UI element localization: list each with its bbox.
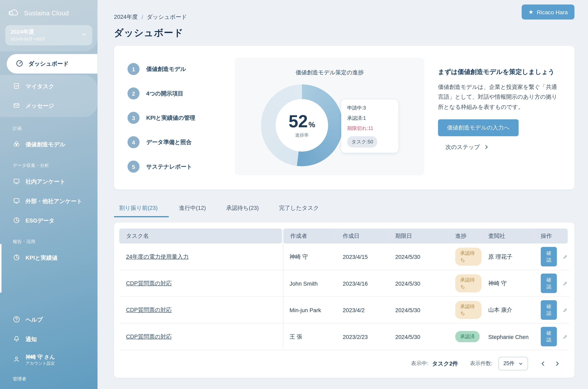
tab-unassigned[interactable]: 割り振り前(23) [114, 201, 169, 217]
dashboard-icon [16, 60, 23, 68]
fiscal-year-text: 2024年度 2024年04月〜03月 [10, 29, 45, 42]
confirm-button[interactable]: 確認 [541, 247, 557, 267]
cta-body: 価値創造モデルは、企業と投資家を繋ぐ「共通言語」として、対話や情報開示のあり方の… [438, 82, 562, 112]
page-prev-icon[interactable] [540, 361, 546, 366]
cta-panel: まずは価値創造モデルを策定しましょう 価値創造モデルは、企業と投資家を繋ぐ「共通… [438, 58, 562, 175]
status-badge: 承認済 [455, 331, 480, 342]
role-label: 管理者 [0, 371, 98, 387]
edit-pencil-icon[interactable] [563, 307, 568, 313]
sidebar-item-label: ヘルプ [26, 316, 43, 323]
sidebar-item-account[interactable]: 神崎 守 さん アカウント設定 [0, 349, 98, 371]
table-row: CDP質問票の対応 Min-jun Park 2023/4/2 2024/5/3… [119, 297, 569, 324]
user-button[interactable]: ★ Ricaco Hara [522, 4, 575, 19]
step-item: 1 価値創造モデル [127, 63, 235, 75]
sidebar-item-dashboard[interactable]: ダッシュボード [7, 54, 97, 73]
col-header-task: タスク名 [119, 229, 282, 244]
cta-heading: まずは価値創造モデルを策定しましょう [438, 68, 562, 76]
value-model-input-button[interactable]: 価値創造モデルの入力へ [438, 119, 518, 136]
sidebar-item-esg-data[interactable]: ESGデータ [0, 211, 98, 230]
chevron-down-icon [518, 361, 523, 366]
edit-pencil-icon[interactable] [563, 333, 568, 340]
sidebar-scrollbar[interactable] [0, 244, 1, 293]
sidebar-item-external-survey[interactable]: 外部・他社アンケート [0, 192, 98, 211]
sidebar-item-my-tasks[interactable]: マイタスク [0, 77, 98, 96]
sidebar-item-kpi[interactable]: KPIと実績値 [0, 248, 98, 268]
star-icon: ★ [529, 9, 533, 15]
tab-awaiting-approval[interactable]: 承認待ち(23) [216, 201, 269, 217]
task-table-card: タスク名 作成者 作成日 期限日 進捗 査閲社 操作 24年度の電力使用量入力 … [114, 223, 575, 378]
tab-completed[interactable]: 完了したタスク [269, 201, 329, 217]
col-header-due: 期限日 [388, 229, 448, 244]
showing-label: 表示中: [411, 360, 428, 367]
confirm-button[interactable]: 確認 [541, 327, 557, 347]
fiscal-year-selector[interactable]: 2024年度 2024年04月〜03月 [5, 25, 92, 45]
sidebar-item-help[interactable]: ヘルプ [0, 310, 98, 329]
sidebar-item-label: 外部・他社アンケート [26, 197, 82, 205]
status-badge: 承認待ち [455, 248, 482, 266]
sidebar-item-label: マイタスク [26, 83, 54, 90]
sidebar-item-internal-survey[interactable]: 社内アンケート [0, 172, 98, 192]
breadcrumb: 2024年度 / ダッシュボード [114, 13, 575, 21]
reviewer-cell: Stephanie Chen [481, 333, 534, 340]
sidebar-item-label: メッセージ [26, 102, 54, 109]
progress-percent: 52 [289, 112, 308, 130]
task-link[interactable]: CDP質問票の対応 [126, 306, 172, 313]
overview-card: 1 価値創造モデル 2 4つの開示項目 3 KPIと実績値の管理 4 データ準備… [114, 46, 575, 189]
user-icon [13, 355, 20, 364]
breadcrumb-year[interactable]: 2024年度 [114, 13, 138, 21]
chevron-down-icon [81, 32, 87, 39]
col-header-created: 作成日 [336, 229, 388, 244]
step-number: 2 [127, 87, 140, 99]
progress-unit: % [308, 121, 315, 128]
table-row: CDP質問票の対応 王 張 2023/2/23 2024/5/30 承認済 St… [119, 324, 569, 350]
sidebar-item-label: ダッシュボード [29, 60, 69, 67]
sidebar-item-messages[interactable]: メッセージ [0, 96, 98, 116]
showing-value: タスク2件 [432, 360, 458, 367]
sidebar-section-data: データ収集・分析 [0, 154, 98, 172]
per-page-select[interactable]: 25件 [499, 357, 528, 370]
step-number: 4 [127, 136, 140, 148]
progress-panel: 価値創造モデル策定の進捗 52 % 進捗率 申請中:3 承認済:1 期限切れ:1… [235, 58, 424, 175]
account-settings-label: アカウント設定 [26, 360, 55, 366]
reviewer-cell: 山本 康介 [481, 306, 534, 314]
creator-cell: John Smith [283, 280, 336, 287]
col-header-reviewer: 査閲社 [481, 229, 534, 244]
task-link[interactable]: CDP質問票の対応 [126, 280, 172, 286]
stat-approved: 承認済:1 [347, 115, 394, 122]
sidebar-bottom: ヘルプ 通知 神崎 守 さん アカウント設定 管理者 [0, 310, 98, 389]
app-name: Sustaina Cloud [24, 10, 69, 17]
tab-in-progress[interactable]: 進行中(12) [169, 201, 216, 217]
edit-pencil-icon[interactable] [563, 280, 568, 287]
task-link[interactable]: 24年度の電力使用量入力 [126, 253, 189, 259]
created-cell: 2023/4/2 [336, 307, 388, 313]
next-step-link[interactable]: 次のステップ [445, 144, 562, 151]
confirm-button[interactable]: 確認 [541, 300, 557, 320]
sidebar-item-value-creation-model[interactable]: 価値創造モデル [0, 135, 98, 154]
due-cell: 2024/5/30 [388, 254, 448, 260]
created-cell: 2023/4/15 [336, 254, 388, 260]
main-content: 2024年度 / ダッシュボード ★ Ricaco Hara ダッシュボード 1… [98, 0, 588, 389]
col-header-actions: 操作 [534, 229, 568, 244]
step-item: 3 KPIと実績値の管理 [127, 112, 235, 124]
venn-icon [13, 140, 20, 149]
progress-donut-chart: 52 % 進捗率 [261, 84, 343, 166]
fiscal-year: 2024年度 [10, 29, 45, 36]
pagination [540, 361, 560, 366]
task-link[interactable]: CDP質問票の対応 [126, 333, 172, 339]
user-button-label: Ricaco Hara [537, 9, 568, 15]
page-next-icon[interactable] [554, 361, 560, 366]
table-row: CDP質問票の対応 John Smith 2023/4/16 2024/5/30… [119, 270, 569, 297]
breadcrumb-dashboard[interactable]: ダッシュボード [147, 13, 187, 21]
next-step-label: 次のステップ [445, 144, 480, 151]
progress-caption: 進捗率 [295, 132, 309, 138]
confirm-button[interactable]: 確認 [541, 274, 557, 293]
sidebar: Sustaina Cloud 2024年度 2024年04月〜03月 ダッシュボ… [0, 0, 98, 389]
monitor-icon [13, 197, 20, 205]
sidebar-item-notifications[interactable]: 通知 [0, 329, 98, 349]
mail-icon [13, 101, 20, 110]
sidebar-item-label: ESGデータ [26, 217, 55, 224]
step-label: 4つの開示項目 [146, 90, 183, 97]
per-page-label: 表示件数: [470, 360, 493, 367]
cloud-logo-icon [7, 7, 20, 19]
edit-pencil-icon[interactable] [563, 254, 568, 260]
